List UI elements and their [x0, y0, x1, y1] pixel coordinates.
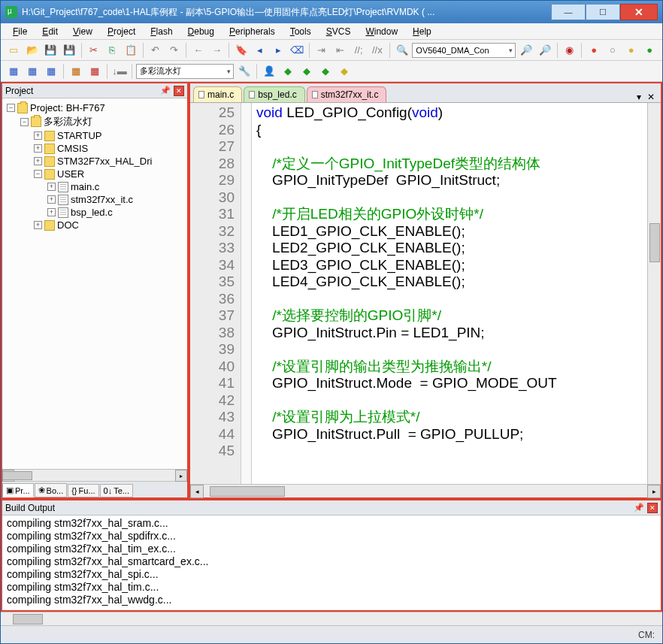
- menu-svcs[interactable]: SVCS: [320, 25, 357, 38]
- menu-window[interactable]: Window: [359, 25, 404, 38]
- menu-help[interactable]: Help: [407, 25, 437, 38]
- close-button[interactable]: [620, 4, 658, 20]
- find-button[interactable]: 🔍: [394, 42, 410, 59]
- tree-node[interactable]: CMSIS: [4, 142, 186, 155]
- nav-fwd-button[interactable]: →: [209, 42, 226, 59]
- tree-node[interactable]: USER: [4, 168, 186, 180]
- expand-box-icon[interactable]: [20, 118, 29, 126]
- paste-button[interactable]: 📋: [123, 42, 139, 59]
- tree-node[interactable]: bsp_led.c: [4, 206, 186, 219]
- tree-node[interactable]: 多彩流水灯: [4, 114, 186, 129]
- bookmark-prev-button[interactable]: ◂: [252, 42, 268, 59]
- cut-button[interactable]: ✂: [86, 42, 102, 59]
- breakpoint-disable-button[interactable]: ○: [604, 42, 621, 59]
- tree-node[interactable]: stm32f7xx_it.c: [4, 193, 186, 206]
- download-button[interactable]: ↓▬: [111, 63, 128, 80]
- minimize-button[interactable]: [551, 4, 586, 20]
- pane-tab[interactable]: 0↓Te...: [100, 484, 133, 497]
- menu-project[interactable]: Project: [101, 25, 141, 38]
- indent-button[interactable]: ⇥: [313, 42, 330, 59]
- tree-node[interactable]: STARTUP: [4, 129, 186, 142]
- breakpoint-kill-button[interactable]: ●: [623, 42, 640, 59]
- expand-box-icon[interactable]: [7, 104, 15, 112]
- stop-build-button[interactable]: ▦: [86, 63, 103, 80]
- expand-box-icon[interactable]: [34, 170, 42, 178]
- tab-close-icon[interactable]: ✕: [647, 92, 655, 102]
- file-tab[interactable]: bsp_led.c: [244, 86, 304, 102]
- pin-icon[interactable]: 📌: [634, 503, 644, 512]
- translate-button[interactable]: ▦: [5, 63, 22, 80]
- breakpoint-enable-button[interactable]: ●: [641, 42, 658, 59]
- target-combo[interactable]: 多彩流水灯: [136, 64, 234, 79]
- editor-vscroll[interactable]: [647, 103, 661, 484]
- expand-box-icon[interactable]: [34, 157, 42, 165]
- bookmark-clear-button[interactable]: ⌫: [289, 42, 305, 59]
- tree-node[interactable]: Project: BH-F767: [4, 101, 186, 114]
- incremental-find-button[interactable]: 🔎: [537, 42, 553, 59]
- file-tab[interactable]: main.c: [193, 86, 242, 102]
- pin-icon[interactable]: 📌: [160, 86, 171, 95]
- expand-box-icon[interactable]: [34, 144, 42, 153]
- comment-button[interactable]: //;: [350, 42, 367, 59]
- redo-button[interactable]: ↷: [165, 42, 182, 59]
- new-file-button[interactable]: ▭: [5, 42, 22, 59]
- bookmark-button[interactable]: 🔖: [233, 42, 250, 59]
- expand-box-icon[interactable]: [47, 208, 56, 216]
- save-all-button[interactable]: 💾: [61, 42, 77, 59]
- tab-menu-icon[interactable]: ▾: [637, 92, 641, 102]
- bookmark-next-button[interactable]: ▸: [271, 42, 287, 59]
- undo-button[interactable]: ↶: [147, 42, 164, 59]
- tree-label: main.c: [71, 181, 99, 192]
- help-button[interactable]: ◆: [336, 63, 353, 80]
- titlebar[interactable]: H:\Git_Project\f767_code\1-HAL库例程 - 副本\5…: [1, 1, 662, 23]
- build-output-body[interactable]: compiling stm32f7xx_hal_sram.c...compili…: [2, 516, 661, 610]
- nav-back-button[interactable]: ←: [190, 42, 207, 59]
- debug-button[interactable]: ◉: [562, 42, 578, 59]
- menu-file[interactable]: File: [7, 25, 33, 38]
- expand-box-icon[interactable]: [34, 221, 42, 229]
- pack-installer-button[interactable]: ◆: [298, 63, 315, 80]
- expand-box-icon[interactable]: [34, 132, 42, 140]
- open-file-button[interactable]: 📂: [24, 42, 41, 59]
- code-content[interactable]: void LED_GPIO_Config(void){ /*定义一个GPIO_I…: [252, 103, 647, 484]
- menu-debug[interactable]: Debug: [182, 25, 220, 38]
- pane-tab[interactable]: {}Fu...: [68, 484, 98, 497]
- save-button[interactable]: 💾: [42, 42, 59, 59]
- main-hscroll[interactable]: [1, 612, 662, 625]
- expand-box-icon[interactable]: [47, 183, 56, 191]
- window-title: H:\Git_Project\f767_code\1-HAL库例程 - 副本\5…: [22, 6, 546, 19]
- menu-tools[interactable]: Tools: [284, 25, 317, 38]
- outdent-button[interactable]: ⇤: [332, 42, 349, 59]
- batch-build-button[interactable]: ▦: [68, 63, 84, 80]
- find-combo[interactable]: OV5640_DMA_Con: [412, 43, 516, 58]
- rebuild-button[interactable]: ▦: [43, 63, 59, 80]
- pane-tab[interactable]: ▣Pr...: [2, 483, 34, 497]
- tree-node[interactable]: STM32F7xx_HAL_Dri: [4, 155, 186, 168]
- manage-button[interactable]: 👤: [261, 63, 277, 80]
- menu-peripherals[interactable]: Peripherals: [223, 25, 281, 38]
- target-options-button[interactable]: 🔧: [236, 63, 253, 80]
- close-pane-button[interactable]: ✕: [647, 503, 658, 513]
- close-pane-button[interactable]: ✕: [174, 86, 184, 96]
- code-editor[interactable]: 2526272829303132333435363738394041424344…: [190, 103, 661, 484]
- menu-edit[interactable]: Edit: [36, 25, 64, 38]
- uncomment-button[interactable]: //x: [369, 42, 386, 59]
- find-in-files-button[interactable]: 🔎: [518, 42, 534, 59]
- build-button[interactable]: ▦: [24, 63, 41, 80]
- expand-box-icon[interactable]: [47, 195, 56, 204]
- menu-flash[interactable]: Flash: [144, 25, 178, 38]
- breakpoint-button[interactable]: ●: [586, 42, 602, 59]
- select-pack-button[interactable]: ◆: [280, 63, 296, 80]
- project-hscroll[interactable]: ◂▸: [2, 469, 187, 481]
- menu-view[interactable]: View: [67, 25, 98, 38]
- copy-button[interactable]: ⎘: [104, 42, 120, 59]
- reload-button[interactable]: ◆: [317, 63, 334, 80]
- tree-node[interactable]: DOC: [4, 219, 186, 231]
- editor-hscroll[interactable]: ◂▸: [190, 484, 661, 497]
- project-tree[interactable]: Project: BH-F767多彩流水灯STARTUPCMSISSTM32F7…: [2, 98, 187, 469]
- maximize-button[interactable]: [586, 4, 620, 20]
- file-tab[interactable]: stm32f7xx_it.c: [307, 86, 387, 102]
- tree-node[interactable]: main.c: [4, 180, 186, 193]
- fold-gutter[interactable]: [241, 103, 252, 484]
- pane-tab[interactable]: ❀Bo...: [35, 483, 68, 497]
